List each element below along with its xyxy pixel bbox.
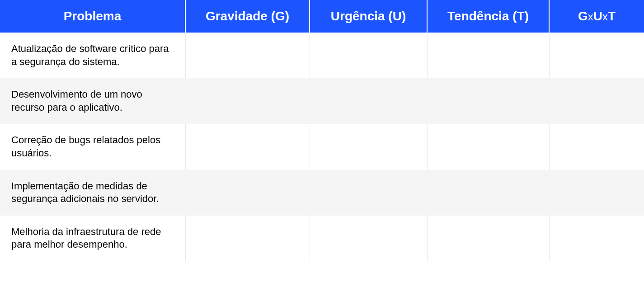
gut-u: U	[593, 9, 602, 23]
table-row: Melhoria da infraestrutura de rede para …	[0, 216, 644, 261]
gut-t: T	[608, 9, 616, 23]
table-row: Implementação de medidas de segurança ad…	[0, 170, 644, 216]
table-row: Desenvolvimento de um novo recurso para …	[0, 78, 644, 124]
cell-problema: Correção de bugs relatados pelos usuário…	[0, 124, 185, 169]
cell-gut	[549, 216, 644, 261]
cell-gut	[549, 170, 644, 216]
table-row: Atualização de software crítico para a s…	[0, 33, 644, 78]
cell-problema: Desenvolvimento de um novo recurso para …	[0, 78, 185, 124]
table-header-row: Problema Gravidade (G) Urgência (U) Tend…	[0, 0, 644, 33]
header-gravidade: Gravidade (G)	[185, 0, 310, 33]
cell-urgencia	[310, 170, 427, 216]
cell-gut	[549, 124, 644, 169]
cell-gravidade	[185, 216, 310, 261]
gut-x1: x	[588, 10, 593, 23]
cell-problema: Melhoria da infraestrutura de rede para …	[0, 216, 185, 261]
cell-problema: Atualização de software crítico para a s…	[0, 33, 185, 78]
cell-gravidade	[185, 78, 310, 124]
cell-gravidade	[185, 124, 310, 169]
table-row: Correção de bugs relatados pelos usuário…	[0, 124, 644, 169]
cell-gravidade	[185, 33, 310, 78]
cell-tendencia	[427, 216, 549, 261]
cell-urgencia	[310, 33, 427, 78]
cell-gut	[549, 78, 644, 124]
gut-g: G	[578, 9, 588, 23]
cell-problema: Implementação de medidas de segurança ad…	[0, 170, 185, 216]
cell-tendencia	[427, 78, 549, 124]
gut-x2: x	[602, 10, 608, 23]
gut-matrix-table: Problema Gravidade (G) Urgência (U) Tend…	[0, 0, 644, 261]
cell-urgencia	[310, 216, 427, 261]
cell-gut	[549, 33, 644, 78]
header-urgencia: Urgência (U)	[310, 0, 427, 33]
cell-gravidade	[185, 170, 310, 216]
cell-tendencia	[427, 170, 549, 216]
header-tendencia: Tendência (T)	[427, 0, 549, 33]
cell-urgencia	[310, 78, 427, 124]
header-gut: GxUxT	[549, 0, 644, 33]
cell-tendencia	[427, 33, 549, 78]
cell-urgencia	[310, 124, 427, 169]
cell-tendencia	[427, 124, 549, 169]
header-problema: Problema	[0, 0, 185, 33]
